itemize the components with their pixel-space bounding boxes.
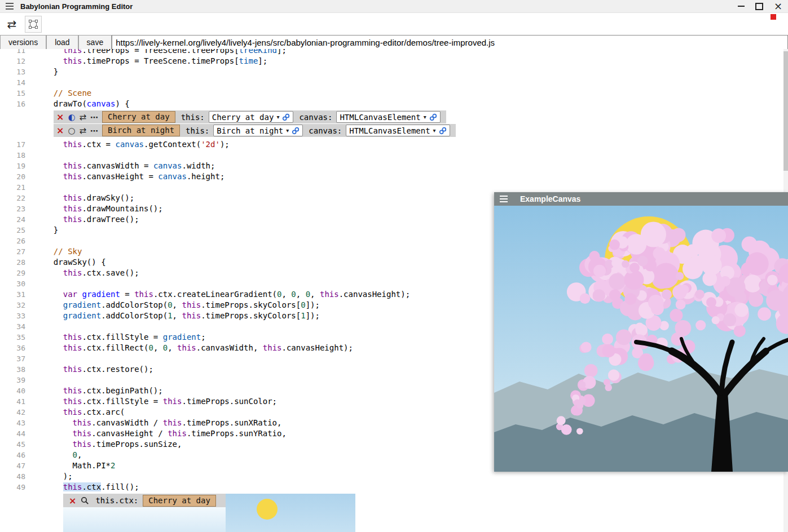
probe-row: ×○⇄⋯Birch at nightthis:Birch at night▾ca… [54,124,456,137]
probe-example-button[interactable]: Birch at night [102,125,180,136]
example-canvas-titlebar[interactable]: ExampleCanvas [494,192,788,206]
transform-tool-button[interactable] [25,16,42,33]
example-canvas-title: ExampleCanvas [520,194,580,203]
line-number: 38 [0,364,25,375]
line-number: 44 [0,428,25,439]
line-number: 33 [0,311,25,321]
line-number: 41 [0,396,25,407]
line-number: 21 [0,182,25,193]
app-window: Babylonian Programming Editor × ⇄ versio… [0,0,788,532]
line-number: 32 [0,300,25,311]
probe-row: ×◐⇄⋯Cherry at daythis:Cherry at day▾canv… [54,110,446,123]
chevron-down-icon: ▾ [286,127,289,134]
line-number: 15 [0,88,25,99]
code-line[interactable]: 16 drawTo(canvas) { [0,99,783,109]
code-line[interactable]: 21 [0,182,783,193]
minimize-button[interactable] [738,6,745,7]
inline-probe-block: ×◐⇄⋯Cherry at daythis:Cherry at day▾canv… [0,109,783,139]
example-canvas-scene [494,206,788,472]
line-number: 23 [0,203,25,214]
line-number: 31 [0,289,25,300]
probe-delete-button[interactable]: × [56,125,64,136]
line-number: 22 [0,193,25,203]
code-line[interactable]: 18 [0,150,783,161]
link-icon[interactable] [282,113,290,121]
line-number: 11 [0,49,25,56]
select-value: HTMLCanvasElement [349,126,430,135]
magnifier-icon[interactable] [81,496,89,505]
probe-more-icon[interactable]: ⋯ [90,126,98,135]
scrollbar-thumb[interactable] [783,51,788,171]
code-line[interactable]: 48 ); [0,471,783,482]
probe-swap-icon[interactable]: ⇄ [80,112,87,122]
url-input[interactable] [112,35,788,50]
select-value: Cherry at day [212,113,274,122]
probe-result-bar: ×this.ctx:Cherry at day [63,494,222,507]
example-canvas-window: ExampleCanvas [494,192,788,472]
line-number: 48 [0,471,25,482]
probe-delete-button[interactable]: × [56,112,64,122]
url-bar: versions load save [0,35,788,50]
line-number: 36 [0,343,25,353]
hamburger-menu-icon[interactable] [6,3,14,10]
code-line[interactable]: 49 this.ctx.fill(); [0,482,783,493]
probe-more-icon[interactable]: ⋯ [90,113,98,122]
line-number: 19 [0,161,25,171]
line-number: 43 [0,418,25,428]
select-value: Birch at night [217,126,283,135]
chevron-down-icon: ▾ [424,114,426,120]
titlebar: Babylonian Programming Editor × [0,0,788,13]
preview-sun-icon [257,499,278,520]
line-number: 29 [0,268,25,278]
probe-canvas-label: canvas: [299,113,332,122]
line-number: 24 [0,214,25,225]
window-title: Babylonian Programming Editor [20,2,133,11]
probe-this-select[interactable]: Birch at night▾ [213,125,303,136]
line-number: 35 [0,332,25,343]
code-line[interactable]: 15 // Scene [0,88,783,99]
line-number: 30 [0,278,25,289]
save-button[interactable]: save [78,35,112,50]
line-number: 49 [0,482,25,493]
hamburger-menu-icon[interactable] [500,196,508,202]
link-icon[interactable] [429,113,437,121]
probe-delete-button[interactable]: × [69,495,76,506]
select-value: HTMLCanvasElement [340,113,420,122]
line-number: 40 [0,385,25,396]
line-number: 12 [0,56,25,66]
link-icon[interactable] [439,127,447,135]
maximize-button[interactable] [755,3,763,10]
code-line[interactable]: 14 [0,77,783,88]
probe-example-button[interactable]: Cherry at day [143,495,216,507]
probe-result-widget: ×this.ctx:Cherry at day [63,494,355,532]
close-button[interactable]: × [774,1,782,11]
versions-button[interactable]: versions [0,35,46,50]
probe-this-select[interactable]: Cherry at day▾ [209,111,294,123]
line-number: 47 [0,460,25,471]
code-line[interactable]: 12 this.timeProps = TreeScene.timeProps[… [0,56,783,66]
line-number: 26 [0,236,25,246]
link-icon[interactable] [292,127,300,135]
code-line[interactable]: 11 this.treeProps = TreeScene.treeProps[… [0,49,783,56]
probe-canvas-select[interactable]: HTMLCanvasElement▾ [346,125,450,136]
probe-swap-icon[interactable]: ⇄ [80,126,87,136]
probe-toggle-icon[interactable]: ○ [68,126,75,136]
line-number: 16 [0,99,25,109]
line-number: 14 [0,77,25,88]
probe-toggle-icon[interactable]: ◐ [68,112,75,122]
code-line[interactable]: 17 this.ctx = canvas.getContext('2d'); [0,139,783,150]
probe-canvas-select[interactable]: HTMLCanvasElement▾ [336,111,440,123]
code-line[interactable]: 20 this.canvasHeight = canvas.height; [0,171,783,182]
load-button[interactable]: load [46,35,78,50]
line-number: 20 [0,171,25,182]
line-number: 13 [0,66,25,77]
line-number: 18 [0,150,25,161]
line-number: 25 [0,225,25,236]
swap-arrows-icon[interactable]: ⇄ [5,17,19,31]
code-line[interactable]: 13 } [0,66,783,77]
code-line[interactable]: 19 this.canvasWidth = canvas.width; [0,161,783,171]
chevron-down-icon: ▾ [433,127,436,134]
line-number: 34 [0,321,25,332]
line-number: 17 [0,139,25,150]
probe-example-button[interactable]: Cherry at day [102,111,175,123]
